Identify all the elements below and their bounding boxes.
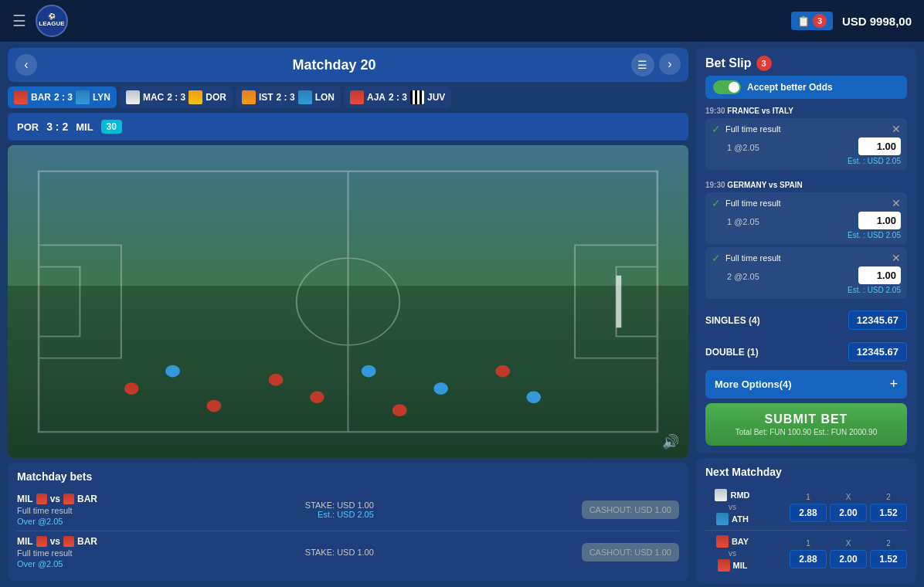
bet-entry-odds-1-1: 2 @2.05 bbox=[727, 272, 759, 281]
cashout-button-0[interactable]: CASHOUT: USD 1.00 bbox=[582, 500, 679, 519]
match-teams-1: GERMANY vs SPAIN bbox=[727, 181, 802, 189]
bet-entry-0-0: ✓ Full time result ✕ 1 @2.05 Est. : USD … bbox=[705, 118, 907, 170]
score-tab-2[interactable]: IST 2 : 3 LON bbox=[236, 87, 341, 108]
odds-col-label-1-0: 1 bbox=[806, 493, 810, 501]
submit-bet-label: SUBMIT BET bbox=[765, 412, 848, 426]
bet-row-1: MIL vs BAR Full time result Over @2.05 S… bbox=[17, 531, 679, 573]
bet-teams-0: MIL vs BAR bbox=[17, 494, 97, 504]
odds-buttons-1: 1 2.88 X 2.00 2 1.52 bbox=[759, 539, 907, 568]
jersey-juv bbox=[410, 90, 424, 104]
bet-team1-1: MIL bbox=[17, 536, 33, 547]
singles-label: SINGLES (4) bbox=[705, 315, 760, 326]
odds-vs-0: vs bbox=[729, 503, 736, 511]
bet-slip-header: Bet Slip 3 bbox=[705, 56, 907, 71]
jersey-mac bbox=[126, 90, 140, 104]
svg-point-16 bbox=[392, 404, 407, 416]
bet-close-0-0[interactable]: ✕ bbox=[892, 123, 901, 135]
double-row: DOUBLE (1) 12345.67 bbox=[705, 338, 907, 365]
match-label-1: 19:30 GERMANY vs SPAIN bbox=[705, 181, 907, 189]
jersey-ath bbox=[716, 513, 729, 525]
tab-team1-3: AJA bbox=[367, 92, 386, 103]
accept-odds-label: Accept better Odds bbox=[747, 82, 833, 93]
bet-entry-type-0-0: Full time result bbox=[725, 124, 781, 134]
double-label: DOUBLE (1) bbox=[705, 347, 759, 358]
odds-col-x-1: X 2.00 bbox=[830, 539, 867, 568]
live-score-bar: POR 3 : 2 MIL 30 bbox=[8, 113, 688, 141]
more-options-row[interactable]: More Options(4) + bbox=[705, 370, 907, 399]
score-tab-3[interactable]: AJA 2 : 3 JUV bbox=[344, 87, 451, 108]
bet-entry-odds-0-0: 1 @2.05 bbox=[727, 143, 759, 152]
bet-close-1-0[interactable]: ✕ bbox=[892, 197, 901, 209]
odds-col-1-0: 1 2.88 bbox=[790, 493, 827, 522]
svg-point-13 bbox=[526, 391, 541, 403]
match-section-1: 19:30 GERMANY vs SPAIN ✓ Full time resul… bbox=[705, 181, 907, 302]
svg-point-12 bbox=[495, 365, 510, 378]
bet-entry-row-1-1: ✓ Full time result ✕ bbox=[712, 252, 901, 264]
tab-team1-1: MAC bbox=[143, 92, 164, 103]
live-team1: POR bbox=[17, 121, 39, 133]
video-area: 🔊 bbox=[8, 145, 688, 458]
jersey-dor bbox=[189, 90, 202, 104]
odds-col-2-1: 2 1.52 bbox=[870, 539, 907, 568]
odds-btn-2-0[interactable]: 1.52 bbox=[870, 504, 907, 522]
tab-team1-0: BAR bbox=[31, 92, 51, 103]
odds-btn-1-0[interactable]: 2.88 bbox=[790, 504, 827, 522]
svg-point-10 bbox=[362, 365, 376, 378]
odds-btn-2-1[interactable]: 1.52 bbox=[870, 550, 907, 568]
tab-score-1: 2 : 3 bbox=[167, 92, 185, 103]
bet-entry-1-1: ✓ Full time result ✕ 2 @2.05 Est. : USD … bbox=[705, 247, 907, 299]
next-matchday-title: Next Matchday bbox=[705, 466, 907, 478]
matchday-list-button[interactable]: ☰ bbox=[631, 53, 654, 76]
next-matchday-button[interactable]: › bbox=[659, 53, 681, 75]
tab-score-3: 2 : 3 bbox=[389, 92, 407, 103]
prev-matchday-button[interactable]: ‹ bbox=[15, 54, 37, 76]
svg-point-14 bbox=[165, 365, 180, 378]
bet-team2-1: BAR bbox=[77, 536, 97, 547]
tab-team2-3: JUV bbox=[427, 92, 445, 103]
score-tab-1[interactable]: MAC 2 : 3 DOR bbox=[120, 87, 233, 108]
bet-vs-1: vs bbox=[50, 536, 60, 547]
toggle-knob bbox=[729, 82, 739, 93]
bet-entry-row-1-0: ✓ Full time result ✕ bbox=[712, 197, 901, 209]
hamburger-icon[interactable]: ☰ bbox=[12, 12, 26, 30]
logo: ⚽LEAGUE bbox=[36, 5, 68, 37]
sound-icon[interactable]: 🔊 bbox=[662, 433, 679, 450]
accept-odds-toggle[interactable] bbox=[713, 80, 741, 94]
matchday-header: ‹ Matchday 20 ☰ › bbox=[8, 48, 688, 82]
next-matchday: Next Matchday RMD vs ATH 1 bbox=[696, 458, 916, 584]
odds-vs-1: vs bbox=[729, 549, 736, 558]
svg-point-8 bbox=[207, 400, 222, 412]
players-svg bbox=[8, 145, 688, 458]
bet-type-1: Full time result bbox=[17, 548, 97, 558]
right-panel: Bet Slip 3 Accept better Odds 19:30 FRAN… bbox=[696, 48, 916, 581]
bet-close-1-1[interactable]: ✕ bbox=[892, 252, 901, 264]
accept-odds-row[interactable]: Accept better Odds bbox=[705, 76, 907, 99]
score-tabs: BAR 2 : 3 LYN MAC 2 : 3 DOR IST 2 : 3 LO… bbox=[8, 87, 688, 108]
tab-score-2: 2 : 3 bbox=[277, 92, 295, 103]
odds-row-1: BAY vs MIL 1 2.88 X 2.00 bbox=[705, 531, 907, 576]
score-tab-0[interactable]: BAR 2 : 3 LYN bbox=[8, 87, 117, 108]
odds-team1-0: RMD bbox=[730, 490, 749, 500]
svg-point-9 bbox=[269, 374, 284, 386]
more-options-label: More Options(4) bbox=[715, 378, 792, 390]
jersey-mil-next bbox=[718, 559, 730, 572]
bet-amount-input-0-0[interactable] bbox=[858, 137, 901, 155]
check-icon-0-0: ✓ bbox=[712, 123, 721, 135]
odds-team2-0: ATH bbox=[732, 514, 749, 524]
jersey-ist bbox=[242, 90, 256, 104]
odds-btn-x-1[interactable]: 2.00 bbox=[830, 550, 867, 568]
bet-stake-0: STAKE: USD 1.00 bbox=[305, 500, 374, 510]
odds-row-0: RMD vs ATH 1 2.88 X 2.00 bbox=[705, 484, 907, 531]
bet-amount-input-1-0[interactable] bbox=[858, 212, 901, 229]
cashout-button-1[interactable]: CASHOUT: USD 1.00 bbox=[582, 543, 679, 562]
matchday-bets: Matchday bets MIL vs BAR Full time resul… bbox=[8, 463, 688, 581]
odds-btn-x-0[interactable]: 2.00 bbox=[830, 504, 867, 522]
left-panel: ‹ Matchday 20 ☰ › BAR 2 : 3 LYN MAC 2 : … bbox=[8, 48, 688, 581]
notification-count: 3 bbox=[813, 14, 827, 28]
odds-col-label-2-1: 2 bbox=[886, 539, 891, 548]
odds-btn-1-1[interactable]: 2.88 bbox=[790, 550, 827, 568]
bet-est-0-0: Est. : USD 2.05 bbox=[712, 157, 901, 165]
bet-amount-input-1-1[interactable] bbox=[858, 266, 901, 284]
notification-badge[interactable]: 📋 3 bbox=[791, 12, 833, 30]
submit-bet-button[interactable]: SUBMIT BET Total Bet: FUN 100.90 Est.: F… bbox=[705, 403, 907, 446]
